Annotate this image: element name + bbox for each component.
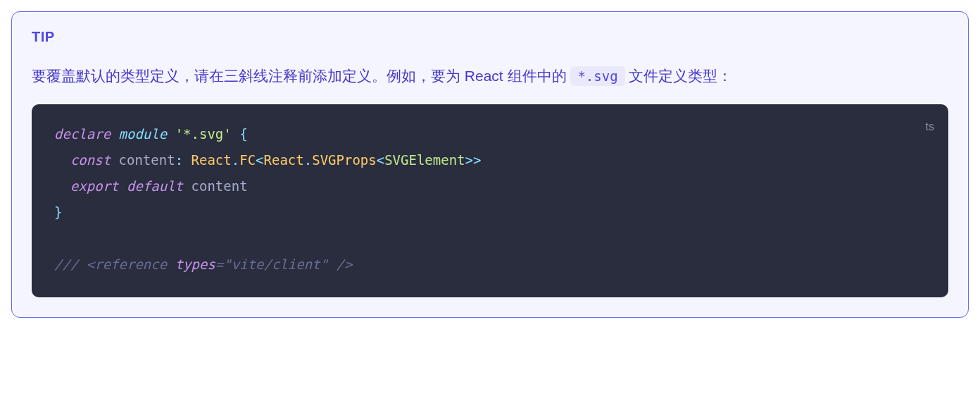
- tok-export: export: [70, 178, 119, 194]
- tok-colon: :: [175, 152, 183, 168]
- tok-lt: <: [256, 152, 263, 168]
- tok-comment-lt: <: [87, 256, 94, 272]
- tok-fc: FC: [239, 152, 256, 168]
- tok-brace-close: }: [54, 204, 62, 220]
- tok-svgelement: SVGElement: [384, 152, 465, 168]
- code-language-label: ts: [926, 116, 934, 137]
- tok-const: const: [70, 152, 111, 168]
- tok-value: "vite/client": [223, 256, 328, 272]
- tok-eq: =: [215, 256, 223, 272]
- inline-code: *.svg: [570, 66, 624, 86]
- tip-callout: TIP 要覆盖默认的类型定义，请在三斜线注释前添加定义。例如，要为 React …: [11, 11, 969, 318]
- tok-module: module: [119, 126, 168, 142]
- tok-gt2: >: [465, 152, 473, 168]
- tok-declare: declare: [54, 126, 111, 142]
- tok-lt2: <: [377, 152, 384, 168]
- tok-string: '*.svg': [175, 126, 232, 142]
- tip-description-after: 文件定义类型：: [625, 68, 733, 84]
- tok-comment-slashes: ///: [54, 256, 78, 272]
- tok-dot: .: [232, 152, 239, 168]
- tok-gt1: >: [473, 152, 481, 168]
- tok-dot2: .: [304, 152, 312, 168]
- tip-description-before: 要覆盖默认的类型定义，请在三斜线注释前添加定义。例如，要为 React 组件中的: [32, 68, 570, 84]
- tok-default: default: [127, 178, 183, 194]
- tok-reference: reference: [94, 256, 167, 272]
- tok-var: content: [119, 152, 175, 168]
- tip-title: TIP: [32, 29, 948, 45]
- code-block: ts declare module '*.svg' { const conten…: [32, 104, 948, 297]
- tok-svgprops: SVGProps: [312, 152, 377, 168]
- tok-types-attr: types: [175, 256, 215, 272]
- code-content: declare module '*.svg' { const content: …: [54, 121, 926, 278]
- tok-react: React: [191, 152, 232, 168]
- tip-description: 要覆盖默认的类型定义，请在三斜线注释前添加定义。例如，要为 React 组件中的…: [32, 62, 948, 90]
- tok-slash-gt: />: [336, 256, 352, 272]
- tok-content: content: [191, 178, 248, 194]
- tok-brace-open: {: [239, 126, 247, 142]
- tok-react2: React: [264, 152, 304, 168]
